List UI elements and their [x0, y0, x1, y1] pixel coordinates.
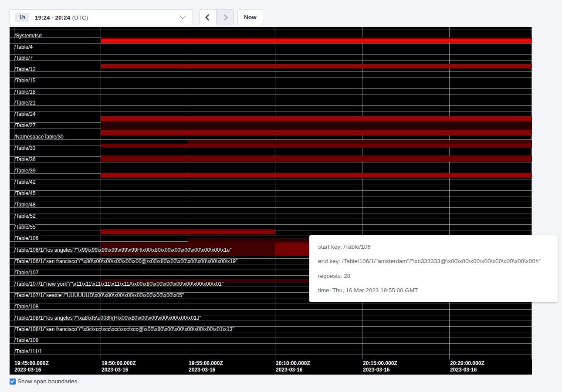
time-axis: 19:45:00.000Z2023-03-1619:50:00.000Z2023… — [10, 359, 532, 375]
time-range-label: 19:24 - 20:24 (UTC) — [35, 14, 88, 21]
show-span-boundaries-label: Show span boundaries — [17, 378, 77, 385]
row-key-label: /Table/109 — [14, 337, 38, 344]
row-key-label: /Table/107/1/"seattle"/"UUUUUUD\x00\x80\… — [14, 292, 184, 299]
row-key-label: /Table/55 — [14, 224, 36, 230]
row-key-label: /Table/7 — [14, 55, 33, 61]
toolbar: 1h 19:24 - 20:24 (UTC) Now — [0, 0, 562, 27]
row-key-label: /Table/108/1/"san francisco"/"\x8c\xcc\x… — [14, 326, 234, 333]
row-key-label: /Table/111/1 — [14, 348, 42, 355]
tooltip-line: end key: /Table/106/1/"amsterdam"/"\xb33… — [318, 258, 549, 265]
row-key-label: /System/tsd — [14, 33, 42, 39]
span-boundary-vline — [362, 27, 362, 359]
time-range-select[interactable]: 1h 19:24 - 20:24 (UTC) — [10, 9, 193, 25]
tooltip-line: time: Thu, 16 Mar 2023 19:55:00 GMT — [318, 287, 549, 294]
span-boundary-vline — [449, 27, 450, 359]
row-key-label: /Table/39 — [14, 168, 36, 174]
row-key-label: /Table/33 — [14, 145, 36, 152]
heat-band — [101, 121, 532, 130]
row-key-label: /Table/27 — [14, 122, 36, 129]
now-button[interactable]: Now — [237, 9, 263, 25]
row-key-label: /Table/106 — [14, 235, 38, 242]
row-key-label: /Table/24 — [14, 111, 36, 118]
chevron-right-icon — [221, 14, 227, 20]
heat-band — [101, 144, 532, 148]
next-time-button[interactable] — [217, 10, 234, 25]
span-boundary-vline — [275, 27, 275, 359]
key-visualizer-heatmap[interactable]: 19:45:00.000Z2023-03-1619:50:00.000Z2023… — [10, 27, 532, 375]
row-key-label: /Table/42 — [14, 179, 36, 186]
row-key-label: /Table/4 — [14, 44, 33, 51]
heat-band — [188, 140, 532, 144]
row-key-label: /Table/108 — [14, 304, 38, 310]
row-key-label: /Table/18 — [14, 89, 36, 95]
heat-band — [101, 64, 532, 68]
span-tooltip: start key: /Table/106end key: /Table/106… — [309, 235, 558, 302]
row-key-label: /Table/21 — [14, 100, 36, 106]
row-key-label: /Table/107 — [14, 270, 38, 276]
show-span-boundaries-checkbox[interactable] — [10, 378, 16, 385]
span-boundary-vline — [101, 27, 101, 359]
time-nav-group — [199, 9, 234, 25]
row-key-label: /Table/108/1/"los angeles"/"\xa8\xf5\u00… — [14, 315, 201, 321]
prev-time-button[interactable] — [200, 10, 217, 25]
x-axis-tick: 19:45:00.000Z2023-03-16 — [14, 360, 49, 373]
heat-band — [101, 130, 532, 135]
time-preset-badge: 1h — [15, 13, 29, 22]
x-axis-tick: 20:20:00.000Z2023-03-16 — [450, 360, 484, 373]
x-axis-tick: 20:15:00.000Z2023-03-16 — [363, 360, 397, 373]
row-key-label: /NamespaceTable/30 — [14, 134, 64, 140]
row-key-label: /Table/15 — [14, 78, 36, 84]
span-boundary-vline — [531, 27, 532, 359]
row-key-label: /Table/106/1/"los angeles"/"\x99\x99\x99… — [14, 247, 232, 253]
row-key-label: /Table/45 — [14, 190, 36, 197]
row-key-label: /Table/12 — [14, 66, 36, 73]
tooltip-line: requests: 28 — [318, 273, 549, 280]
heat-band — [101, 155, 532, 162]
check-icon — [10, 379, 14, 383]
chevron-down-icon — [180, 14, 186, 19]
chevron-left-icon — [205, 14, 211, 20]
row-key-label: /Table/107/1/"new york"/"\x11\x11\x11\x1… — [14, 281, 223, 287]
x-axis-tick: 20:10:00.000Z2023-03-16 — [276, 360, 310, 373]
row-key-label: /Table/48 — [14, 202, 36, 208]
tooltip-line: start key: /Table/106 — [318, 243, 549, 250]
row-key-label: /Table/52 — [14, 213, 36, 220]
span-boundary-vline — [188, 27, 188, 359]
heat-band — [101, 230, 275, 234]
heat-band — [101, 173, 532, 178]
x-axis-tick: 19:50:00.000Z2023-03-16 — [102, 360, 136, 373]
footer: Show span boundaries — [10, 378, 77, 385]
row-key-label: /Table/106/1/"san francisco"/"\x80\x00\x… — [14, 258, 237, 265]
heat-band — [101, 116, 532, 121]
heat-band — [101, 39, 532, 43]
x-axis-tick: 19:55:00.000Z2023-03-16 — [189, 360, 223, 373]
row-key-label: /Table/36 — [14, 156, 36, 163]
